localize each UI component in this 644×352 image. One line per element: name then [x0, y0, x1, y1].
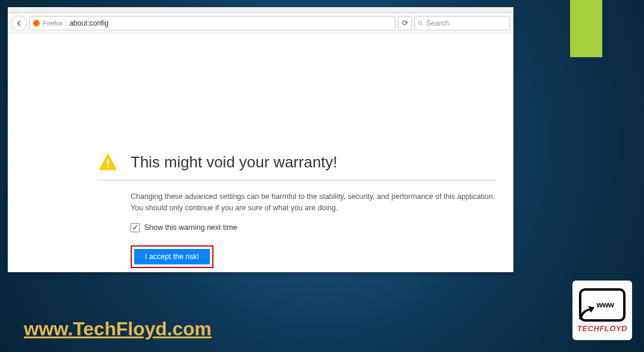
warning-title: This might void your warranty! [131, 153, 338, 172]
search-input[interactable] [426, 19, 507, 27]
logo-www-text: www [597, 300, 614, 309]
svg-point-4 [107, 166, 109, 168]
warning-body: Changing these advanced settings can be … [97, 180, 496, 268]
browser-toolbar: Firefox about:config ⟳ [8, 13, 513, 33]
warning-triangle-icon [97, 151, 119, 173]
reload-button[interactable]: ⟳ [398, 16, 412, 30]
warning-panel: This might void your warranty! Changing … [97, 151, 496, 268]
browser-name-label: Firefox [43, 20, 66, 27]
browser-window: Firefox about:config ⟳ This might void y… [8, 7, 513, 272]
show-warning-checkbox[interactable]: ✓ [131, 223, 140, 232]
svg-line-2 [422, 24, 423, 26]
decorative-green-tab [570, 0, 602, 57]
page-content: This might void your warranty! Changing … [8, 33, 513, 272]
firefox-icon [32, 19, 41, 27]
window-title-bar [8, 7, 513, 13]
address-bar[interactable]: Firefox about:config [29, 16, 395, 30]
accept-button-highlight: I accept the risk! [131, 245, 213, 268]
logo-arrow-icon [578, 303, 596, 320]
warning-header: This might void your warranty! [97, 151, 496, 180]
reload-icon: ⟳ [402, 18, 408, 27]
search-bar[interactable] [414, 16, 510, 30]
back-arrow-icon [16, 20, 23, 27]
watermark-url: www.TechFloyd.com [24, 318, 212, 340]
show-warning-checkbox-row: ✓ Show this warning next time [131, 223, 496, 232]
checkmark-icon: ✓ [132, 223, 138, 232]
svg-point-1 [419, 21, 422, 24]
show-warning-label: Show this warning next time [144, 223, 237, 232]
warning-text: Changing these advanced settings can be … [131, 191, 496, 214]
back-button[interactable] [11, 15, 27, 31]
logo-frame: www [579, 288, 626, 322]
url-text: about:config [69, 19, 109, 27]
svg-rect-3 [107, 160, 109, 165]
logo-brand-text: TECHFLOYD [577, 324, 627, 333]
techfloyd-logo: www TECHFLOYD [572, 281, 632, 340]
search-icon [417, 20, 424, 27]
accept-risk-button[interactable]: I accept the risk! [134, 249, 210, 264]
